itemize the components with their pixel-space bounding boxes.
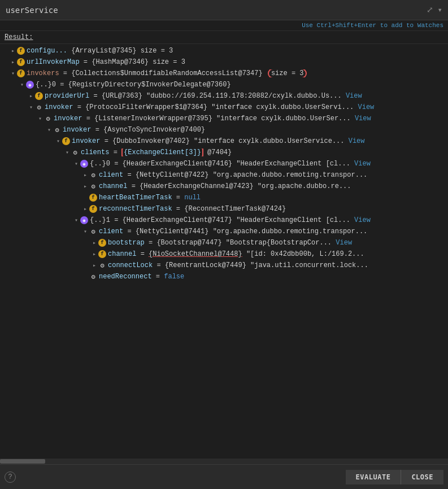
tree-row[interactable]: f channel = {NioSocketChannel@7448} "[id… [0,248,448,260]
row-content: configu... {ArrayList@7345} size = 3 [27,47,448,55]
row-content: urlInvokerMap = {HashMap@7346} size = 3 [27,58,448,66]
field-icon: f [89,194,97,202]
expand-icon[interactable]: ⤢ [427,5,433,15]
tree-row[interactable]: ⚙ clients = {ExchangeClient[3]} @7404} [0,147,448,158]
row-content: {..}0 = {RegistryDirectory$InvokerDelega… [36,81,448,89]
horizontal-scrollbar[interactable] [0,459,448,464]
nio-channel-highlight: {NioSocketChannel@7448} [149,250,242,258]
row-content: channel = {HeaderExchangeChannel@7423} "… [99,182,448,190]
row-content: client = {NettyClient@7422} "org.apache.… [99,171,448,179]
obj-icon: ◉ [26,81,34,89]
row-content: {..}0 = {HeaderExchangeClient@7416} "Hea… [90,160,448,168]
expand-arrow[interactable] [45,126,53,133]
footer: ? EVALUATE CLOSE [0,464,448,489]
field-icon: f [89,205,97,213]
gear-icon: ⚙ [89,228,97,235]
tree-row[interactable]: ⚙ invoker = {ListenerInvokerWrapper@7395… [0,113,448,124]
row-content: {..}1 = {HeaderExchangeClient@7417} "Hea… [90,216,448,224]
tree-row[interactable]: f reconnectTimerTask = {ReconnectTimerTa… [0,203,448,215]
expand-arrow[interactable] [81,183,89,190]
tree-row[interactable]: f bootstrap = {Bootstrap@7447} "Bootstra… [0,237,448,248]
gear-icon: ⚙ [71,149,79,156]
gear-icon: ⚙ [89,182,97,190]
size-highlight: size = 3 [268,69,307,77]
tree-row[interactable]: f providerUrl = {URL@7363} "dubbo://169.… [0,90,448,102]
help-icon[interactable]: ? [5,471,16,483]
field-icon: f [35,92,43,100]
expand-arrow[interactable] [27,104,35,111]
expand-arrow[interactable] [54,138,62,145]
result-text: Result: [5,33,33,41]
window-title: userService [6,6,58,15]
row-content: heartBeatTimerTask = null [99,194,448,202]
tree-row[interactable]: f invokers = {Collections$UnmodifiableRa… [0,68,448,79]
hint-text: Use Ctrl+Shift+Enter to add to Watches [302,22,443,29]
row-content: reconnectTimerTask = {ReconnectTimerTask… [99,205,448,213]
tree-row[interactable]: ◉ {..}1 = {HeaderExchangeClient@7417} "H… [0,215,448,226]
expand-arrow[interactable] [81,172,89,178]
row-content: connectLock = {ReentrantLock@7449} "java… [108,261,448,269]
tree-row[interactable]: f configu... {ArrayList@7345} size = 3 [0,45,448,56]
expand-arrow[interactable] [90,239,98,246]
tree-row[interactable]: f heartBeatTimerTask = null [0,192,448,203]
gear-icon: ⚙ [53,126,61,134]
row-content: bootstrap = {Bootstrap@7447} "Bootstrap{… [108,239,448,247]
menu-icon[interactable]: ▾ [438,5,442,15]
expand-arrow[interactable] [90,251,98,257]
row-content: invoker = {ListenerInvokerWrapper@7395} … [54,115,448,123]
tree-row[interactable]: ⚙ client = {NettyClient@7441} "org.apach… [0,226,448,237]
field-icon: f [17,58,25,66]
gear-icon: ⚙ [89,171,97,179]
field-icon: f [62,137,70,145]
gear-icon: ⚙ [98,261,106,269]
expand-arrow[interactable] [36,115,44,122]
result-label: Result: [0,31,448,44]
expand-arrow[interactable] [72,160,80,167]
row-content: invoker = {AsyncToSyncInvoker@7400} [63,126,448,134]
tree-container[interactable]: f configu... {ArrayList@7345} size = 3 f… [0,44,448,459]
tree-row[interactable]: ⚙ connectLock = {ReentrantLock@7449} "ja… [0,260,448,271]
gear-icon: ⚙ [44,115,52,123]
expand-arrow[interactable] [9,47,17,54]
row-content: client = {NettyClient@7441} "org.apache.… [99,228,448,235]
gear-icon: ⚙ [89,273,97,281]
tree-row[interactable]: ⚙ channel = {HeaderExchangeChannel@7423}… [0,181,448,192]
tree-row[interactable]: ◉ {..}0 = {RegistryDirectory$InvokerDele… [0,79,448,90]
row-content: channel = {NioSocketChannel@7448} "[id: … [108,250,448,258]
expand-arrow[interactable] [81,206,89,212]
header-icons: ⤢ ▾ [427,5,442,15]
hint-bar: Use Ctrl+Shift+Enter to add to Watches [0,20,448,31]
tree-row[interactable]: ◉ {..}0 = {HeaderExchangeClient@7416} "H… [0,158,448,169]
field-icon: f [17,47,25,55]
tree-row[interactable]: f urlInvokerMap = {HashMap@7346} size = … [0,56,448,68]
obj-icon: ◉ [80,216,88,224]
field-icon: f [98,239,106,247]
row-content: invokers = {Collections$UnmodifiableRand… [27,69,448,77]
row-content: invoker = {DubboInvoker@7402} "interface… [72,137,448,145]
tree-row[interactable]: ⚙ invoker = {AsyncToSyncInvoker@7400} [0,124,448,136]
field-icon: f [17,69,25,77]
tree-row[interactable]: f invoker = {DubboInvoker@7402} "interfa… [0,136,448,147]
footer-left: ? [5,471,16,483]
expand-arrow[interactable] [63,149,71,156]
close-button[interactable]: CLOSE [401,470,443,484]
expand-arrow[interactable] [27,93,35,99]
expand-arrow[interactable] [81,228,89,235]
gear-icon: ⚙ [35,103,43,111]
tree-row[interactable]: ⚙ needReconnect = false [0,271,448,282]
row-content: invoker = {ProtocolFilterWrapper$1@7364}… [45,103,448,111]
row-content: clients = {ExchangeClient[3]} @7404} [81,149,448,156]
exchange-highlight: {ExchangeClient[3]} [121,149,203,156]
tree-row[interactable]: ⚙ invoker = {ProtocolFilterWrapper$1@736… [0,102,448,113]
expand-arrow[interactable] [72,217,80,224]
expand-arrow[interactable] [18,81,26,88]
expand-arrow[interactable] [9,70,17,77]
expand-arrow[interactable] [90,262,98,269]
tree-row[interactable]: ⚙ client = {NettyClient@7422} "org.apach… [0,169,448,181]
evaluate-button[interactable]: EVALUATE [346,470,401,484]
obj-icon: ◉ [80,160,88,168]
expand-arrow[interactable] [9,59,17,66]
row-content: providerUrl = {URL@7363} "dubbo://169.25… [45,92,448,100]
scroll-thumb[interactable] [0,459,45,464]
row-content: needReconnect = false [99,273,448,281]
